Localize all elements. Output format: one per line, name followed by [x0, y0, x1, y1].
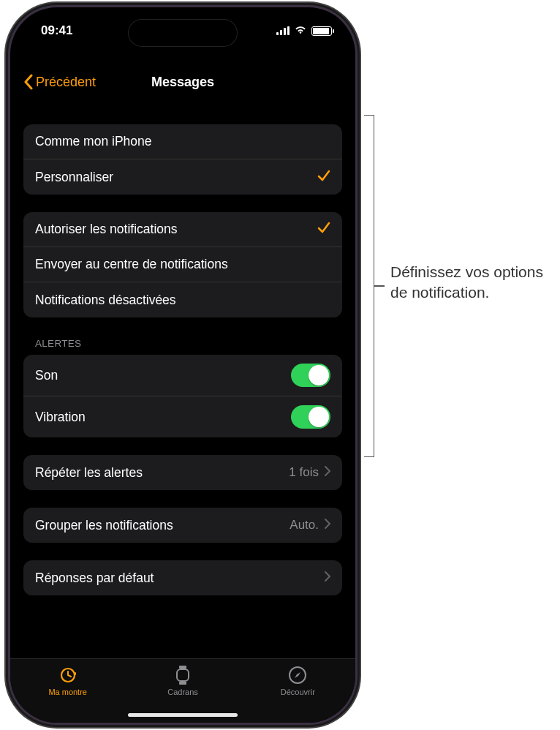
repeat-alerts-row[interactable]: Répéter les alertes 1 fois [23, 455, 342, 490]
notifications-off-row[interactable]: Notifications désactivées [23, 282, 342, 317]
compass-icon [287, 665, 308, 685]
back-button[interactable]: Précédent [23, 74, 96, 90]
custom-label: Personnaliser [35, 170, 113, 185]
notifications-off-label: Notifications désactivées [35, 293, 176, 308]
repeat-group: Répéter les alertes 1 fois [23, 455, 342, 490]
default-replies-row[interactable]: Réponses par défaut [23, 560, 342, 595]
group-notifications-value: Auto. [290, 518, 319, 533]
cellular-icon [276, 26, 290, 35]
sound-row: Son [23, 355, 342, 396]
chevron-right-icon [325, 465, 330, 480]
send-to-center-label: Envoyer au centre de notifications [35, 257, 228, 272]
status-time: 09:41 [41, 23, 72, 38]
iphone-frame: 09:41 Précédent Messages Comme mon iPhon… [10, 7, 355, 723]
svg-rect-4 [179, 682, 186, 685]
checkmark-icon [317, 221, 330, 238]
group-notifications-group: Grouper les notifications Auto. [23, 508, 342, 543]
tab-my-watch-label: Ma montre [48, 688, 87, 696]
page-title: Messages [151, 75, 214, 90]
checkmark-icon [317, 169, 330, 186]
callout-text: Définissez vos options de notification. [390, 262, 551, 304]
callout-tick [374, 285, 385, 287]
content-area: Comme mon iPhone Personnaliser Autoriser… [10, 102, 355, 658]
callout-bracket [364, 115, 374, 457]
svg-rect-3 [177, 669, 189, 681]
repeat-alerts-value: 1 fois [289, 465, 319, 480]
battery-icon [311, 26, 332, 36]
send-to-center-row[interactable]: Envoyer au centre de notifications [23, 247, 342, 282]
navigation-bar: Précédent Messages [10, 66, 355, 98]
haptic-toggle[interactable] [291, 405, 330, 429]
mirror-iphone-label: Comme mon iPhone [35, 134, 152, 149]
tab-faces-label: Cadrans [167, 688, 198, 696]
tab-discover[interactable]: Découvrir [241, 665, 355, 696]
watch-icon [58, 665, 78, 685]
chevron-right-icon [325, 518, 330, 533]
mirror-iphone-row[interactable]: Comme mon iPhone [23, 124, 342, 159]
tab-my-watch[interactable]: Ma montre [10, 665, 125, 696]
alerts-group: Son Vibration [23, 355, 342, 437]
sound-toggle[interactable] [291, 364, 330, 387]
dynamic-island [128, 19, 238, 47]
custom-row[interactable]: Personnaliser [23, 159, 342, 195]
sound-label: Son [35, 368, 58, 383]
wifi-icon [294, 23, 307, 38]
tab-faces[interactable]: Cadrans [125, 665, 240, 696]
default-replies-label: Réponses par défaut [35, 571, 154, 586]
back-label: Précédent [36, 75, 96, 90]
svg-rect-2 [179, 666, 186, 669]
mirror-group: Comme mon iPhone Personnaliser [23, 124, 342, 195]
alerts-header: ALERTES [23, 317, 342, 355]
haptic-row: Vibration [23, 396, 342, 437]
home-indicator[interactable] [128, 713, 238, 717]
repeat-alerts-label: Répéter les alertes [35, 465, 143, 481]
tab-discover-label: Découvrir [281, 688, 315, 696]
group-notifications-row[interactable]: Grouper les notifications Auto. [23, 508, 342, 543]
watch-face-icon [173, 665, 193, 685]
haptic-label: Vibration [35, 410, 86, 425]
allow-notifications-row[interactable]: Autoriser les notifications [23, 212, 342, 247]
notifications-group: Autoriser les notifications Envoyer au c… [23, 212, 342, 317]
group-notifications-label: Grouper les notifications [35, 518, 173, 533]
allow-notifications-label: Autoriser les notifications [35, 222, 178, 237]
svg-rect-1 [75, 672, 76, 675]
default-replies-group: Réponses par défaut [23, 560, 342, 595]
chevron-right-icon [325, 571, 330, 585]
